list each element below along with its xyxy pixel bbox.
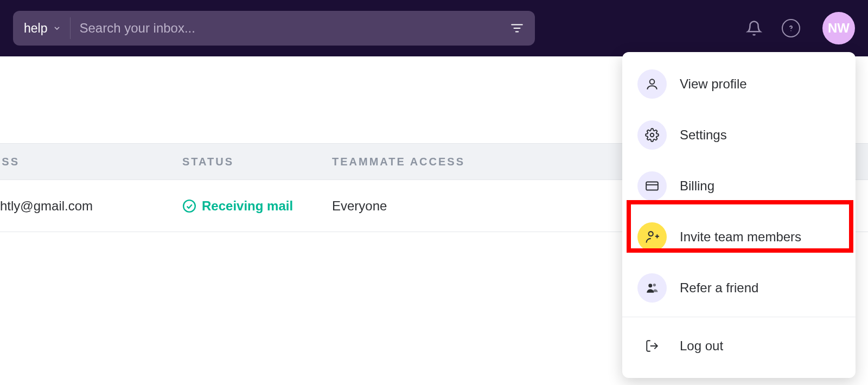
svg-point-3 — [790, 30, 792, 31]
menu-item-label: Billing — [680, 178, 714, 194]
user-plus-icon — [637, 222, 667, 252]
help-icon — [782, 19, 800, 37]
col-header-ss: SS — [0, 156, 182, 168]
check-circle-icon — [182, 199, 196, 213]
menu-item-label: Refer a friend — [680, 280, 758, 296]
menu-item-label: Log out — [680, 338, 723, 354]
col-header-status: STATUS — [182, 156, 332, 168]
cell-status: Receiving mail — [182, 198, 332, 214]
menu-item-label: View profile — [680, 76, 747, 92]
profile-menu: View profile Settings Billing Invite tea… — [622, 52, 856, 378]
gear-icon — [637, 120, 667, 150]
searchbox: help — [13, 11, 535, 46]
menu-item-label: Invite team members — [680, 229, 801, 245]
card-icon — [637, 171, 667, 201]
svg-point-4 — [183, 200, 195, 212]
svg-rect-7 — [646, 182, 658, 190]
people-icon — [637, 273, 667, 303]
topbar-right: NW — [744, 12, 855, 44]
help-button[interactable] — [781, 18, 801, 38]
menu-item-settings[interactable]: Settings — [622, 110, 856, 161]
user-icon — [637, 69, 667, 99]
menu-divider — [622, 317, 856, 317]
svg-point-5 — [650, 79, 655, 84]
logout-icon — [637, 331, 667, 361]
cell-address: htly@gmail.com — [0, 198, 182, 214]
menu-item-view-profile[interactable]: View profile — [622, 59, 856, 110]
bell-icon — [746, 20, 762, 36]
menu-item-billing[interactable]: Billing — [622, 161, 856, 211]
menu-item-invite-team-members[interactable]: Invite team members — [622, 211, 856, 262]
menu-item-label: Settings — [680, 127, 727, 143]
svg-point-12 — [648, 284, 652, 287]
svg-point-9 — [649, 232, 653, 236]
topbar: help N — [0, 0, 868, 56]
chevron-down-icon — [53, 24, 61, 33]
svg-point-13 — [653, 284, 656, 286]
menu-item-refer-friend[interactable]: Refer a friend — [622, 262, 856, 313]
search-input[interactable] — [79, 21, 501, 36]
filter-icon[interactable] — [510, 21, 524, 35]
svg-point-6 — [650, 133, 654, 137]
inbox-selector[interactable]: help — [24, 17, 71, 39]
menu-item-logout[interactable]: Log out — [622, 320, 856, 371]
notifications-button[interactable] — [744, 18, 764, 38]
avatar[interactable]: NW — [822, 12, 855, 44]
status-text: Receiving mail — [202, 198, 293, 214]
avatar-initials: NW — [828, 21, 850, 36]
inbox-selector-label: help — [24, 21, 47, 36]
